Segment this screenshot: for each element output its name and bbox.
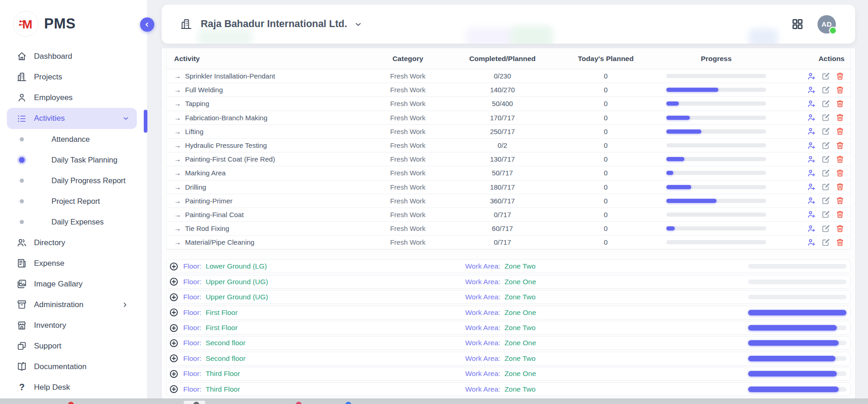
edit-button[interactable] xyxy=(821,72,830,81)
edit-button[interactable] xyxy=(821,85,830,95)
floor-row[interactable]: Floor: Upper Ground (UG) Work Area: Zone… xyxy=(166,275,851,289)
work-area-name: Zone Two xyxy=(504,293,535,301)
assign-user-button[interactable] xyxy=(807,224,816,233)
floor-row[interactable]: Floor: Third Floor Work Area: Zone One xyxy=(166,367,851,381)
edit-button[interactable] xyxy=(821,238,830,247)
activity-name: Sprinkler Installation-Pendant xyxy=(185,72,275,80)
floor-row[interactable]: Floor: Second floor Work Area: Zone One xyxy=(166,336,851,350)
sidebar-item[interactable]: Employees xyxy=(0,87,147,108)
edit-button[interactable] xyxy=(821,155,830,164)
sidebar-subitem[interactable]: Daily Task Planning xyxy=(0,150,147,170)
sidebar-item-activities[interactable]: Activities xyxy=(7,108,137,129)
col-activity: Activity xyxy=(174,55,361,63)
sidebar-item[interactable]: Projects xyxy=(0,67,147,87)
assign-user-button[interactable] xyxy=(807,196,816,205)
assign-user-button[interactable] xyxy=(807,85,816,95)
delete-button[interactable] xyxy=(835,196,845,205)
delete-button[interactable] xyxy=(835,99,845,108)
sidebar-item[interactable]: Documentation xyxy=(0,356,147,377)
edit-button[interactable] xyxy=(821,182,830,191)
floor-row[interactable]: Floor: Third Floor Work Area: Zone Two xyxy=(166,382,851,396)
expand-plus-icon[interactable] xyxy=(169,292,179,302)
edit-button[interactable] xyxy=(821,113,830,122)
sidebar-item[interactable]: Directory xyxy=(0,232,147,253)
edit-button[interactable] xyxy=(821,99,830,108)
expand-plus-icon[interactable] xyxy=(169,308,179,317)
delete-button[interactable] xyxy=(835,85,845,95)
floor-name: First Floor xyxy=(206,309,238,317)
assign-user-button[interactable] xyxy=(807,182,816,191)
taskbar-app-icon[interactable] xyxy=(68,402,74,404)
expand-plus-icon[interactable] xyxy=(169,338,179,348)
list-icon xyxy=(17,113,27,124)
floor-label: Floor: xyxy=(183,278,202,286)
assign-user-button[interactable] xyxy=(807,141,816,150)
sidebar-subitem[interactable]: Project Report xyxy=(0,191,147,212)
sidebar-item[interactable]: ? Help Desk xyxy=(0,377,147,398)
delete-button[interactable] xyxy=(835,141,845,150)
delete-button[interactable] xyxy=(835,238,845,247)
delete-button[interactable] xyxy=(835,72,845,81)
edit-button[interactable] xyxy=(821,168,830,178)
sidebar-item[interactable]: Administration xyxy=(0,294,147,315)
sidebar-item[interactable]: Inventory xyxy=(0,315,147,336)
expand-plus-icon[interactable] xyxy=(169,369,179,379)
floor-row[interactable]: Floor: Second floor Work Area: Zone Two xyxy=(166,352,851,365)
taskbar-app-icon[interactable] xyxy=(296,402,302,404)
delete-button[interactable] xyxy=(835,155,845,164)
sidebar-item-label: Documentation xyxy=(34,362,86,371)
edit-button[interactable] xyxy=(821,127,830,136)
sidebar-subitem[interactable]: Daily Progress Report xyxy=(0,170,147,191)
chevron-down-icon xyxy=(122,115,130,122)
delete-button[interactable] xyxy=(835,224,845,233)
expand-plus-icon[interactable] xyxy=(169,384,179,394)
expand-plus-icon[interactable] xyxy=(169,323,179,333)
store-icon xyxy=(17,320,27,331)
floor-row[interactable]: Floor: Lower Ground (LG) Work Area: Zone… xyxy=(166,259,851,273)
delete-button[interactable] xyxy=(835,182,845,191)
arrow-right-icon: → xyxy=(174,169,181,177)
question-icon: ? xyxy=(17,382,27,393)
sidebar-collapse-button[interactable] xyxy=(140,17,154,32)
expand-plus-icon[interactable] xyxy=(169,277,179,286)
assign-user-button[interactable] xyxy=(807,127,816,136)
delete-button[interactable] xyxy=(835,210,845,219)
assign-user-button[interactable] xyxy=(807,168,816,178)
delete-button[interactable] xyxy=(835,113,845,122)
edit-button[interactable] xyxy=(821,196,830,205)
delete-button[interactable] xyxy=(835,127,845,136)
apps-grid-icon[interactable] xyxy=(791,18,804,30)
floor-row[interactable]: Floor: First Floor Work Area: Zone One xyxy=(166,306,851,320)
top-header-bar: Raja Bahadur International Ltd. AD xyxy=(162,5,855,44)
progress-bar xyxy=(666,129,766,134)
online-status-dot xyxy=(829,27,837,34)
progress-bar-fill xyxy=(666,116,690,120)
col-actions: Actions xyxy=(799,55,845,63)
assign-user-button[interactable] xyxy=(807,155,816,164)
edit-button[interactable] xyxy=(821,141,830,150)
company-selector[interactable]: Raja Bahadur International Ltd. xyxy=(180,18,362,30)
sidebar-item[interactable]: Dashboard xyxy=(0,46,147,67)
assign-user-button[interactable] xyxy=(807,99,816,108)
activity-category: Fresh Work xyxy=(361,128,454,135)
floor-row[interactable]: Floor: Upper Ground (UG) Work Area: Zone… xyxy=(166,290,851,304)
blur-blob xyxy=(466,28,516,44)
sidebar-item[interactable]: Expense xyxy=(0,253,147,274)
floor-row[interactable]: Floor: First Floor Work Area: Zone Two xyxy=(166,321,851,335)
assign-user-button[interactable] xyxy=(807,72,816,81)
assign-user-button[interactable] xyxy=(807,238,816,247)
sidebar-subitem[interactable]: Attendance xyxy=(0,129,147,150)
sidebar-item[interactable]: Support xyxy=(0,336,147,356)
delete-button[interactable] xyxy=(835,168,845,178)
expand-plus-icon[interactable] xyxy=(169,262,179,271)
assign-user-button[interactable] xyxy=(807,113,816,122)
edit-button[interactable] xyxy=(821,224,830,233)
taskbar-app-icon[interactable] xyxy=(345,402,351,404)
activity-category: Fresh Work xyxy=(361,211,454,219)
user-avatar[interactable]: AD xyxy=(817,15,836,34)
sidebar-item[interactable]: Image Gallary xyxy=(0,274,147,294)
assign-user-button[interactable] xyxy=(807,210,816,219)
sidebar-subitem[interactable]: Daily Expenses xyxy=(0,212,147,232)
edit-button[interactable] xyxy=(821,210,830,219)
expand-plus-icon[interactable] xyxy=(169,354,179,363)
